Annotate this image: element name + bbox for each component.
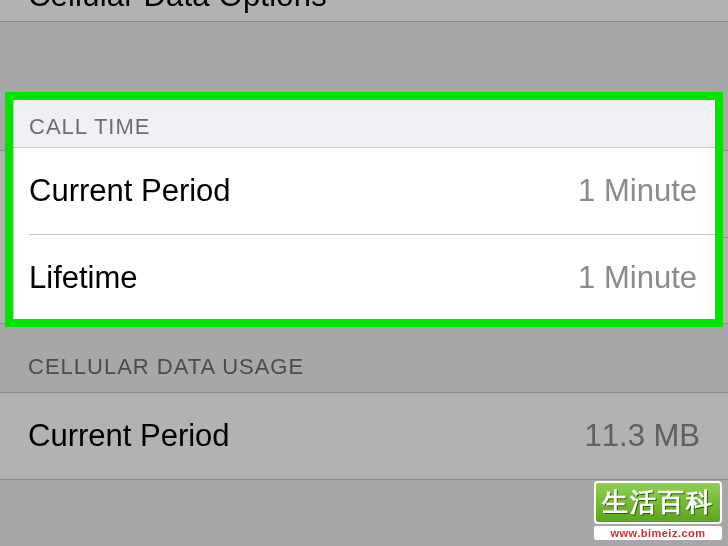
data-usage-current-period-row: Current Period 11.3 MB [0,393,728,479]
cellular-data-options-label: Cellular Data Options [28,0,327,14]
current-period-label: Current Period [29,173,231,209]
chevron-right-icon [686,0,702,6]
cellular-data-usage-header: CELLULAR DATA USAGE [0,324,728,392]
current-period-value: 1 Minute [578,173,697,209]
call-time-section-header: CALL TIME [13,100,715,148]
lifetime-label: Lifetime [29,260,138,296]
data-usage-current-period-label: Current Period [28,418,230,454]
data-usage-current-period-value: 11.3 MB [585,418,700,454]
lifetime-value: 1 Minute [578,260,697,296]
current-period-row: Current Period 1 Minute [13,148,715,234]
watermark: 生活百科 www.bimeiz.com [594,481,722,540]
lifetime-row: Lifetime 1 Minute [13,235,715,321]
watermark-url: www.bimeiz.com [594,526,722,540]
cellular-data-options-row[interactable]: Cellular Data Options [0,0,728,22]
watermark-text: 生活百科 [594,481,722,524]
